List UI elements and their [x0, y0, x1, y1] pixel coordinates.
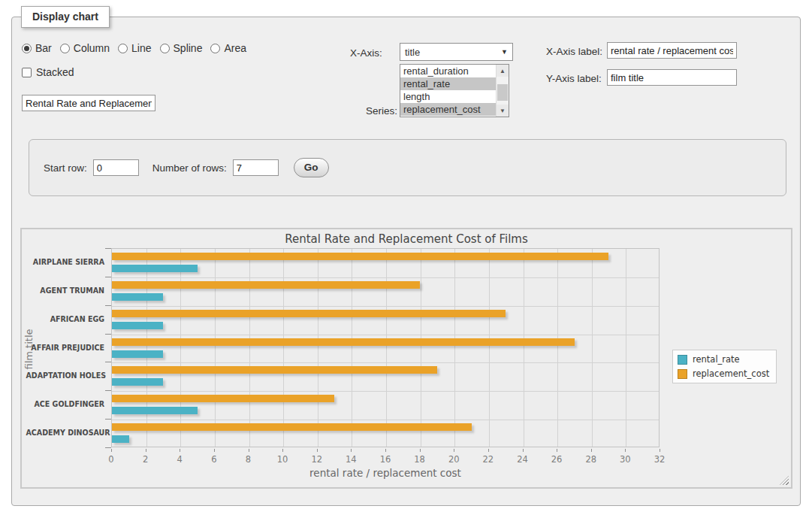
scrollbar-thumb[interactable]	[497, 84, 508, 101]
chart-type-radio-group: Bar Column Line Spline Area	[22, 42, 255, 54]
x-axis-tick-label: 32	[644, 454, 675, 465]
listbox-scrollbar[interactable]: ▲ ▼	[496, 65, 509, 117]
x-axis-tick-label: 26	[542, 454, 572, 465]
x-axis-tick-label: 6	[199, 454, 229, 465]
gridline-vertical	[489, 249, 490, 447]
radio-column[interactable]	[60, 44, 70, 53]
x-axis-tick	[523, 449, 524, 452]
legend-swatch	[678, 355, 687, 365]
bar-replacement_cost	[112, 253, 608, 260]
gridline-vertical	[592, 249, 593, 447]
series-listbox-label: Series:	[366, 105, 397, 117]
bar-rental_rate	[112, 407, 198, 414]
stacked-checkbox-row: Stacked	[22, 66, 74, 78]
x-axis-tick	[660, 449, 660, 452]
start-row-label: Start row:	[44, 162, 87, 174]
x-axis-select[interactable]: title ▼	[400, 43, 513, 61]
y-axis-tick	[105, 419, 111, 420]
gridline-vertical	[215, 249, 216, 447]
x-axis-tick-label: 4	[165, 454, 195, 465]
x-axis-tick-label: 8	[234, 454, 264, 465]
x-axis-tick	[249, 449, 249, 452]
plot-area	[111, 248, 660, 447]
gridline-horizontal	[112, 335, 659, 335]
number-of-rows-input[interactable]	[233, 159, 279, 176]
radio-bar-label[interactable]: Bar	[35, 42, 52, 54]
chart-x-axis-label: rental rate / replacement cost	[111, 467, 660, 479]
chart-legend: rental_ratereplacement_cost	[672, 350, 777, 383]
number-of-rows-label: Number of rows:	[152, 162, 227, 174]
x-axis-tick-label: 22	[473, 454, 503, 465]
series-option-length[interactable]: length	[400, 90, 509, 103]
x-axis-selected-value: title	[405, 47, 420, 58]
series-option-rental-duration[interactable]: rental_duration	[400, 65, 509, 77]
category-label: AFFAIR PREJUDICE	[26, 344, 105, 353]
x-axis-tick-label: 2	[131, 454, 161, 465]
bar-rental_rate	[112, 350, 163, 358]
radio-spline-label[interactable]: Spline	[174, 42, 203, 54]
go-button[interactable]: Go	[294, 158, 329, 177]
series-option-replacement-cost[interactable]: replacement_cost	[400, 103, 509, 116]
chart-container: Rental Rate and Replacement Cost of Film…	[20, 228, 792, 489]
gridline-vertical	[524, 249, 524, 447]
scroll-down-icon[interactable]: ▼	[497, 105, 509, 117]
series-listbox: rental_duration rental_rate length repla…	[400, 64, 509, 117]
legend-label: replacement_cost	[693, 368, 769, 379]
x-axis-tick-label: 20	[439, 454, 469, 465]
x-axis-label-input[interactable]	[607, 42, 737, 59]
bar-replacement_cost	[112, 423, 472, 431]
bar-rental_rate	[112, 378, 163, 386]
x-axis-tick	[180, 449, 180, 452]
gridline-horizontal	[112, 306, 659, 307]
gridline-vertical	[557, 249, 558, 447]
legend-item: rental_rate	[678, 354, 769, 365]
radio-line-label[interactable]: Line	[131, 42, 151, 54]
category-label: AIRPLANE SIERRA	[26, 258, 105, 267]
x-axis-tick-label: 0	[96, 454, 126, 465]
scroll-up-icon[interactable]: ▲	[497, 65, 509, 77]
radio-line[interactable]	[118, 44, 128, 53]
gridline-vertical	[249, 249, 250, 447]
x-axis-tick	[557, 449, 557, 452]
x-axis-tick-label: 28	[576, 454, 606, 465]
legend-item: replacement_cost	[678, 368, 769, 379]
stacked-label[interactable]: Stacked	[36, 66, 74, 78]
radio-area[interactable]	[210, 44, 220, 53]
y-axis-tick	[105, 248, 111, 249]
bar-replacement_cost	[112, 366, 437, 374]
bar-rental_rate	[112, 322, 163, 329]
y-axis-tick	[105, 362, 111, 362]
x-axis-tick	[351, 449, 352, 452]
radio-spline[interactable]	[160, 44, 170, 53]
series-option-rental-rate[interactable]: rental_rate	[400, 77, 509, 90]
x-axis-select-label: X-Axis:	[350, 47, 382, 59]
bar-replacement_cost	[112, 281, 420, 289]
resize-grip-icon[interactable]	[780, 476, 789, 485]
y-axis-label-field-label: Y-Axis label:	[546, 73, 602, 84]
radio-column-label[interactable]: Column	[74, 42, 110, 54]
stacked-checkbox[interactable]	[22, 68, 32, 77]
bar-replacement_cost	[112, 338, 575, 346]
category-label: ACADEMY DINOSAUR	[26, 429, 105, 438]
x-axis-tick-label: 24	[508, 454, 538, 465]
y-axis-tick	[105, 334, 111, 335]
gridline-horizontal	[112, 391, 659, 392]
y-axis-label-input[interactable]	[607, 69, 737, 86]
legend-swatch	[678, 369, 687, 379]
x-axis-tick	[282, 449, 283, 452]
chart-title-input[interactable]	[22, 95, 155, 111]
y-axis-tick	[105, 390, 111, 391]
gridline-vertical	[386, 249, 387, 447]
x-axis-tick-label: 12	[302, 454, 332, 465]
x-axis-tick	[385, 449, 386, 452]
x-axis-tick	[214, 449, 215, 452]
chevron-down-icon: ▼	[501, 48, 508, 56]
legend-label: rental_rate	[693, 354, 740, 365]
start-row-input[interactable]	[93, 159, 139, 176]
category-label: ADAPTATION HOLES	[26, 371, 105, 380]
category-label: AGENT TRUMAN	[26, 286, 105, 295]
radio-bar[interactable]	[22, 44, 32, 53]
x-axis-tick	[317, 449, 318, 452]
x-axis-tick-label: 18	[405, 454, 435, 465]
radio-area-label[interactable]: Area	[224, 42, 246, 54]
